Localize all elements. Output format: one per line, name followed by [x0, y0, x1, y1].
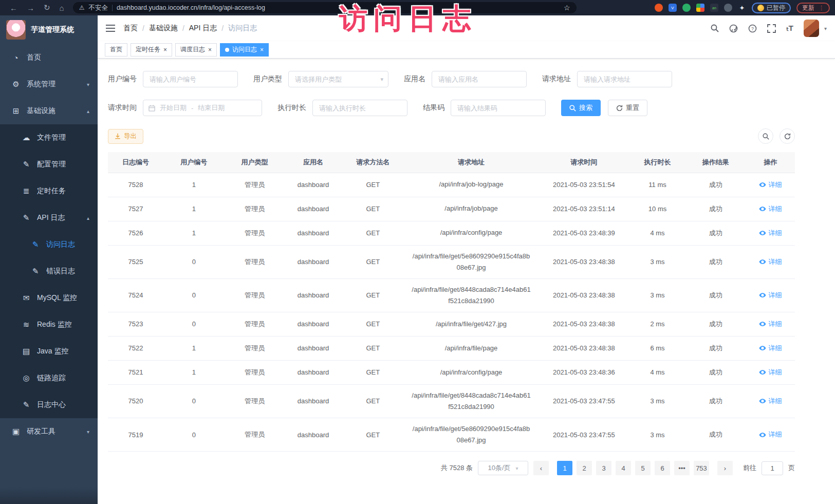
ext-pin-icon[interactable]: ✦ — [738, 4, 746, 12]
cell-time: 2021-05-03 23:47:55 — [538, 384, 629, 418]
user-type-select[interactable] — [288, 71, 388, 87]
sidebar-item-access-log[interactable]: ✎访问日志 — [0, 231, 98, 258]
detail-link[interactable]: 详细 — [759, 229, 782, 238]
cell-result: 成功 — [685, 197, 746, 221]
breadcrumb-item[interactable]: 首页 — [123, 24, 138, 33]
bookmark-star-icon[interactable]: ☆ — [564, 4, 570, 12]
sidebar-item-trace[interactable]: ◎链路追踪 — [0, 365, 98, 391]
extension-area: V an ✦ 已暂停 更新 ⋮ — [655, 3, 830, 13]
pager-ellipsis[interactable]: ••• — [674, 461, 690, 475]
search-icon[interactable] — [711, 24, 719, 32]
user-avatar[interactable] — [804, 20, 819, 37]
page-button-1[interactable]: 1 — [557, 461, 572, 475]
close-icon[interactable]: × — [260, 47, 264, 53]
ext-green-icon[interactable] — [682, 4, 691, 12]
sidebar-item-redis-monitor[interactable]: ≋Redis 监控 — [0, 311, 98, 338]
kebab-menu-icon[interactable]: ⋮ — [819, 5, 824, 11]
page-button-4[interactable]: 4 — [616, 461, 631, 475]
page-button-3[interactable]: 3 — [596, 461, 611, 475]
refresh-button[interactable] — [780, 128, 795, 144]
result-code-input[interactable] — [451, 100, 546, 116]
page-button-6[interactable]: 6 — [655, 461, 670, 475]
eye-icon: ◎ — [21, 374, 32, 383]
detail-link[interactable]: 详细 — [759, 344, 782, 353]
font-size-icon[interactable]: ₜT — [786, 24, 793, 33]
ext-translate-icon[interactable]: an — [710, 4, 718, 12]
cell-method: GET — [342, 360, 404, 384]
duration-input[interactable] — [312, 100, 407, 116]
sidebar-item-cron-job[interactable]: ≣定时任务 — [0, 178, 98, 204]
sidebar-item-file-manage[interactable]: ☁文件管理 — [0, 124, 98, 151]
hamburger-icon[interactable] — [106, 25, 115, 32]
cell-action: 详细 — [746, 336, 795, 360]
page-button-2[interactable]: 2 — [577, 461, 592, 475]
goto-page-input[interactable] — [762, 461, 783, 475]
next-page-button[interactable]: › — [717, 461, 733, 475]
edit-icon: ✎ — [30, 267, 41, 276]
browser-forward-icon[interactable]: → — [27, 4, 34, 12]
search-button[interactable]: 搜索 — [561, 100, 601, 116]
edit-icon: ✎ — [21, 160, 32, 169]
export-button[interactable]: 导出 — [108, 129, 143, 144]
fullscreen-icon[interactable] — [767, 24, 776, 33]
page-size-select[interactable]: 10条/页 ▾ — [478, 461, 528, 475]
detail-link[interactable]: 详细 — [759, 291, 782, 300]
detail-link[interactable]: 详细 — [759, 204, 782, 214]
detail-link[interactable]: 详细 — [759, 430, 782, 439]
ext-grid-icon[interactable] — [696, 4, 704, 12]
tab-首页[interactable]: 首页 — [105, 43, 127, 57]
help-icon[interactable]: ? — [748, 24, 757, 33]
sidebar-item-config-manage[interactable]: ✎配置管理 — [0, 151, 98, 178]
chevron-down-icon[interactable]: ▾ — [824, 26, 827, 31]
sidebar-item-mysql-monitor[interactable]: ✉MySQL 监控 — [0, 285, 98, 311]
breadcrumb-item[interactable]: API 日志 — [189, 24, 217, 33]
browser-home-icon[interactable]: ⌂ — [60, 4, 64, 12]
field-label: 应用名 — [404, 74, 425, 84]
date-range-picker[interactable]: 开始日期 - 结束日期 — [143, 100, 262, 116]
user-id-input[interactable] — [143, 71, 238, 87]
detail-link[interactable]: 详细 — [759, 397, 782, 406]
sidebar-item-java-monitor[interactable]: ▤Java 监控 — [0, 338, 98, 365]
breadcrumb-item[interactable]: 基础设施 — [149, 24, 178, 33]
sidebar-item-home[interactable]: ◔首页 — [0, 44, 98, 71]
search-icon — [569, 105, 576, 111]
app-name-input[interactable] — [432, 71, 527, 87]
detail-link[interactable]: 详细 — [759, 180, 782, 190]
tab-定时任务[interactable]: 定时任务× — [131, 43, 172, 57]
sidebar-item-infrastructure[interactable]: ⊞基础设施▴ — [0, 98, 98, 124]
close-icon[interactable]: × — [163, 47, 167, 53]
reset-button[interactable]: 重置 — [608, 100, 647, 116]
detail-link[interactable]: 详细 — [759, 368, 782, 377]
update-button[interactable]: 更新 ⋮ — [796, 3, 830, 13]
ext-misc-icon[interactable] — [724, 4, 732, 12]
sidebar-item-dev-tools[interactable]: ▣研发工具▾ — [0, 418, 98, 445]
ext-shield-icon[interactable]: V — [669, 4, 677, 12]
address-bar[interactable]: ⚠ 不安全 dashboard.yudao.iocoder.cn/infra/l… — [73, 2, 577, 13]
close-icon[interactable]: × — [208, 47, 212, 53]
tab-访问日志[interactable]: 访问日志× — [220, 43, 269, 57]
logo-row[interactable]: 芋道管理系统 — [0, 15, 98, 44]
sidebar-item-error-log[interactable]: ✎错误日志 — [0, 258, 98, 285]
sidebar-item-label: Java 监控 — [37, 347, 68, 356]
detail-link[interactable]: 详细 — [759, 320, 782, 329]
sidebar-item-system-manage[interactable]: ⚙系统管理▾ — [0, 71, 98, 98]
access-log-table: 日志编号用户编号用户类型应用名请求方法名请求地址请求时间执行时长操作结果操作 7… — [108, 152, 795, 452]
browser-back-icon[interactable]: ← — [10, 4, 17, 12]
page-button-5[interactable]: 5 — [635, 461, 651, 475]
cell-method: GET — [342, 384, 404, 418]
ext-orange-icon[interactable] — [655, 4, 663, 12]
paused-badge[interactable]: 已暂停 — [752, 3, 791, 13]
sidebar-item-log-center[interactable]: ✎日志中心 — [0, 391, 98, 418]
request-url-input[interactable] — [577, 71, 672, 87]
filter-row-2: 请求时间 开始日期 - 结束日期 执行时长 结果码 — [108, 100, 795, 116]
sidebar-item-api-log[interactable]: ✎API 日志▴ — [0, 204, 98, 231]
page-button-753[interactable]: 753 — [694, 461, 709, 475]
browser-reload-icon[interactable]: ↻ — [44, 3, 50, 12]
toggle-search-button[interactable] — [758, 128, 773, 144]
prev-page-button[interactable]: ‹ — [533, 461, 549, 475]
github-icon[interactable] — [729, 24, 738, 33]
cell-method: GET — [342, 418, 404, 452]
tab-调度日志[interactable]: 调度日志× — [175, 43, 217, 57]
detail-link[interactable]: 详细 — [759, 257, 782, 267]
cell-user_id: 1 — [163, 360, 224, 384]
